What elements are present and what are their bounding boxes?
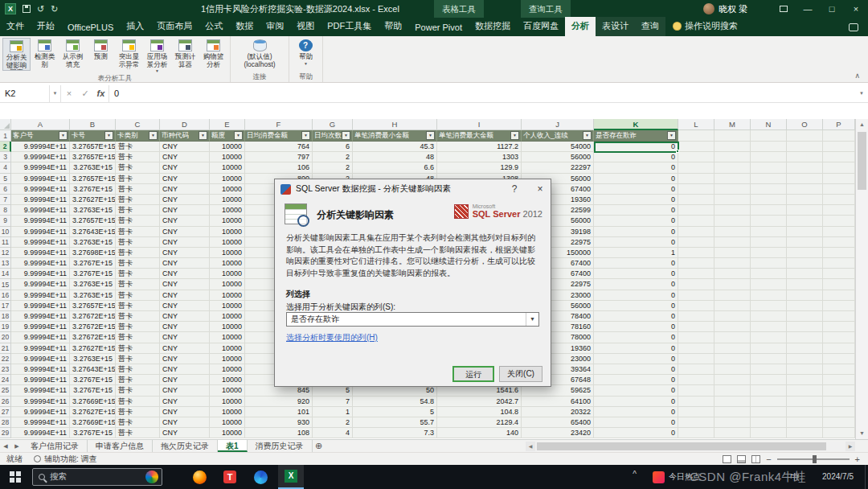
cell[interactable] [751, 332, 787, 343]
clock[interactable]: 2024/7/5 [822, 472, 854, 481]
cell[interactable]: 9.99994E+11 [11, 311, 70, 322]
cell[interactable]: 9.99994E+11 [11, 332, 70, 343]
cell[interactable]: 3.27627E+15 [70, 407, 116, 417]
cell[interactable]: 10000 [210, 322, 245, 332]
sheet-tab[interactable]: 拖欠历史记录 [153, 440, 218, 452]
sheet-tab[interactable]: 消费历史记录 [248, 440, 313, 452]
cell[interactable]: CNY [160, 248, 210, 258]
cell[interactable]: 0 [594, 385, 678, 396]
cell[interactable]: 50 [353, 385, 437, 396]
cell[interactable] [823, 417, 855, 428]
cell[interactable]: 3.27657E+15 [70, 152, 116, 162]
cell[interactable]: 0 [594, 322, 678, 332]
cell[interactable] [714, 174, 751, 184]
row-header[interactable]: 17 [0, 301, 11, 311]
ribbon-button[interactable]: 分析关键影响因素 [2, 38, 31, 71]
minimize-button[interactable]: — [796, 0, 820, 18]
row-header[interactable]: 12 [0, 248, 11, 258]
cell[interactable] [678, 301, 714, 311]
cell[interactable] [751, 152, 787, 162]
cell[interactable] [823, 301, 855, 311]
cell[interactable] [823, 162, 855, 173]
table-header-cell[interactable]: 客户号▼ [11, 130, 70, 142]
cell[interactable] [751, 195, 787, 205]
cell[interactable] [823, 311, 855, 322]
cell[interactable]: CNY [160, 258, 210, 269]
cell[interactable]: 797 [245, 152, 313, 162]
cell[interactable]: CNY [160, 375, 210, 385]
hscroll-thumb[interactable] [537, 442, 826, 450]
cell[interactable] [714, 269, 751, 279]
cell[interactable] [751, 174, 787, 184]
cell[interactable]: 9.99994E+11 [11, 162, 70, 173]
cell[interactable] [714, 279, 751, 290]
column-header[interactable]: E [210, 119, 245, 130]
cell[interactable] [823, 385, 855, 396]
ribbon-button[interactable]: 帮助▼ [292, 38, 320, 66]
cell[interactable] [823, 205, 855, 216]
cell[interactable]: 10000 [210, 290, 245, 301]
cell[interactable] [787, 428, 823, 438]
cell[interactable] [714, 301, 751, 311]
row-header[interactable]: 5 [0, 174, 11, 184]
row-header[interactable]: 26 [0, 397, 11, 407]
column-header[interactable]: L [678, 119, 714, 130]
cell[interactable]: 2 [313, 152, 353, 162]
row-header[interactable]: 29 [0, 428, 11, 438]
cell[interactable]: 0 [594, 174, 678, 184]
cell[interactable] [714, 162, 751, 173]
cell[interactable]: 764 [245, 142, 313, 152]
cell[interactable]: 普卡 [116, 343, 160, 354]
cell[interactable]: 普卡 [116, 354, 160, 364]
cell[interactable]: 普卡 [116, 428, 160, 438]
cell[interactable]: 106 [245, 162, 313, 173]
cell[interactable]: 101 [245, 407, 313, 417]
column-header[interactable]: M [714, 119, 751, 130]
cell[interactable]: CNY [160, 354, 210, 364]
cell[interactable]: 10000 [210, 227, 245, 237]
cell[interactable] [678, 205, 714, 216]
ribbon-tab[interactable]: 视图 [290, 17, 321, 36]
cell[interactable] [678, 428, 714, 438]
name-box[interactable]: K2 [0, 85, 50, 102]
cell[interactable] [823, 354, 855, 364]
cell[interactable]: 3.27672E+15 [70, 322, 116, 332]
cell[interactable] [714, 322, 751, 332]
zoom-in-button[interactable]: + [855, 454, 860, 464]
cell[interactable]: 0 [594, 184, 678, 195]
cell[interactable]: CNY [160, 311, 210, 322]
cell[interactable] [751, 290, 787, 301]
add-sheet-button[interactable]: ⊕ [313, 440, 326, 452]
cell[interactable] [751, 184, 787, 195]
filter-icon[interactable]: ▼ [426, 131, 435, 140]
cell[interactable] [678, 311, 714, 322]
taskbar-app-t[interactable]: T [217, 465, 243, 489]
cell[interactable]: CNY [160, 397, 210, 407]
row-header[interactable]: 7 [0, 195, 11, 205]
row-header[interactable]: 13 [0, 258, 11, 269]
ribbon-button[interactable]: 应用场景分析▼ [143, 38, 171, 73]
cell[interactable]: CNY [160, 205, 210, 216]
cell[interactable]: 普卡 [116, 258, 160, 269]
cell[interactable]: 普卡 [116, 216, 160, 226]
cell[interactable]: 54.8 [353, 397, 437, 407]
filter-icon[interactable]: ▼ [199, 131, 207, 140]
cell[interactable] [678, 385, 714, 396]
cell[interactable]: 0 [594, 301, 678, 311]
cell[interactable] [787, 301, 823, 311]
cell[interactable] [823, 279, 855, 290]
cell[interactable]: 10000 [210, 205, 245, 216]
column-header[interactable]: A [11, 119, 70, 130]
column-header[interactable]: K [594, 119, 678, 130]
cell[interactable] [787, 332, 823, 343]
cell[interactable] [751, 216, 787, 226]
row-header[interactable]: 8 [0, 205, 11, 216]
cell[interactable] [714, 332, 751, 343]
cell[interactable]: 1303 [437, 152, 522, 162]
cell[interactable] [751, 354, 787, 364]
sheet-tab[interactable]: 申请客户信息 [88, 440, 153, 452]
cell[interactable]: 56000 [522, 152, 594, 162]
cell[interactable]: 3.27643E+15 [70, 364, 116, 375]
cell[interactable] [823, 343, 855, 354]
cell[interactable] [823, 322, 855, 332]
